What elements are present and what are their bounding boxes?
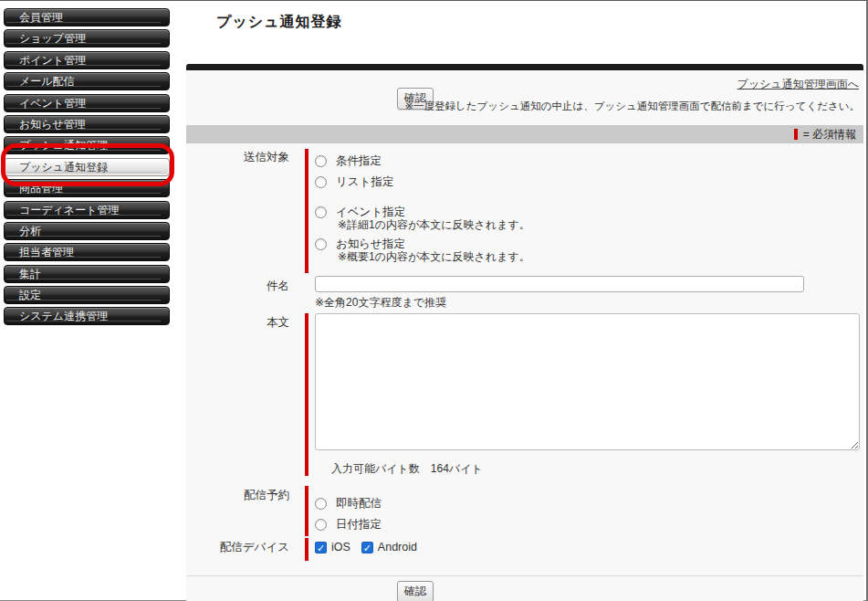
send-target-required-bar [305,149,309,273]
checkbox-option-android[interactable]: Android [361,541,417,554]
radio-option-list[interactable]: リスト指定 [315,174,393,190]
radio-label: 日付指定 [336,517,382,532]
sidebar-item-coordinate-mgmt[interactable]: コーディネート管理 [4,201,170,219]
checkbox-label: iOS [331,541,350,554]
subject-note: ※全角20文字程度まで推奨 [315,295,446,311]
notice-option-note: ※概要1の内容が本文に反映されます。 [338,249,530,265]
radio-icon[interactable] [315,238,327,250]
sidebar-item-settings[interactable]: 設定 [4,286,170,304]
confirm-button-bottom[interactable]: 確認 [397,581,434,601]
sidebar-item-aggregation[interactable]: 集計 [4,265,170,283]
bytes-remaining-info: 入力可能バイト数 164バイト [331,461,483,477]
sidebar-item-point-mgmt[interactable]: ポイント管理 [4,51,170,69]
schedule-label: 配信予約 [214,488,289,503]
sidebar-item-staff-mgmt[interactable]: 担当者管理 [4,243,170,261]
radio-icon[interactable] [315,498,327,510]
checkbox-label: Android [378,541,417,554]
radio-icon[interactable] [315,206,327,218]
push-manage-screen-link[interactable]: プッシュ通知管理画面へ [737,77,859,92]
device-checkbox-group: iOS Android [315,541,428,554]
checkbox-checked-icon[interactable] [361,542,373,554]
checkbox-checked-icon[interactable] [315,542,327,554]
event-option-note: ※詳細1の内容が本文に反映されます。 [338,217,530,233]
radio-icon[interactable] [315,155,327,167]
sidebar-item-system-link-mgmt[interactable]: システム連携管理 [4,307,170,325]
sidebar-nav: 会員管理 ショップ管理 ポイント管理 メール配信 イベント管理 お知らせ管理 プ… [4,8,170,329]
main-content: プッシュ通知登録 プッシュ通知管理画面へ 確認 ※一度登録したプッシュ通知の中止… [186,1,863,601]
bottom-divider [186,575,863,576]
sidebar-item-push-register[interactable]: プッシュ通知登録 [4,158,170,176]
body-required-bar [305,313,309,476]
radio-option-immediate[interactable]: 即時配信 [315,496,382,511]
sidebar-item-member-mgmt[interactable]: 会員管理 [4,8,170,26]
subject-label: 件名 [214,279,289,294]
radio-label: 条件指定 [336,153,382,169]
body-textarea[interactable] [315,313,860,450]
subject-input[interactable] [315,276,804,292]
cancel-notice-text: ※一度登録したプッシュ通知の中止は、プッシュ通知管理画面で配信前までに行ってくだ… [404,100,860,113]
header-black-bar [186,64,863,70]
send-target-label: 送信対象 [214,150,289,165]
sidebar-item-notice-mgmt[interactable]: お知らせ管理 [4,115,170,133]
sidebar-item-mail-delivery[interactable]: メール配信 [4,72,170,90]
required-legend-strip: = 必須情報 [186,125,863,143]
radio-option-date[interactable]: 日付指定 [315,517,382,532]
radio-label: リスト指定 [336,174,393,190]
app-window: 会員管理 ショップ管理 ポイント管理 メール配信 イベント管理 お知らせ管理 プ… [0,0,868,601]
devices-required-bar [305,538,309,561]
radio-label: 即時配信 [336,496,382,511]
radio-icon[interactable] [315,519,327,531]
required-legend-label: = 必須情報 [803,128,856,141]
sidebar-item-push-mgmt[interactable]: プッシュ通知管理 [4,136,170,154]
sidebar-item-product-mgmt[interactable]: 商品管理 [4,179,170,197]
radio-option-condition[interactable]: 条件指定 [315,153,382,169]
radio-icon[interactable] [315,176,327,188]
page-title: プッシュ通知登録 [216,13,342,32]
devices-label: 配信デバイス [214,540,289,555]
sidebar-item-shop-mgmt[interactable]: ショップ管理 [4,29,170,47]
checkbox-option-ios[interactable]: iOS [315,541,350,554]
sidebar-item-event-mgmt[interactable]: イベント管理 [4,94,170,112]
body-label: 本文 [214,315,289,331]
required-red-tick-icon [794,129,798,140]
schedule-required-bar [305,486,309,536]
sidebar-item-analysis[interactable]: 分析 [4,222,170,240]
